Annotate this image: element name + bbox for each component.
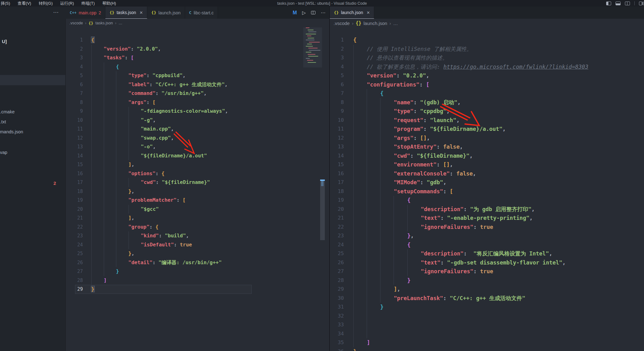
code-line-13[interactable]: 13 "-o",: [66, 142, 329, 151]
breadcrumb-more[interactable]: …: [393, 21, 398, 26]
menu-item[interactable]: 择(S): [1, 1, 14, 6]
code-line-21[interactable]: 21 ],: [66, 214, 329, 223]
code-line-15[interactable]: 15 ],: [66, 160, 329, 169]
scrollbar-slider[interactable]: [320, 180, 325, 240]
sidebar-file-item[interactable]: vap: [0, 150, 7, 155]
code-line-10[interactable]: 10 "-g",: [66, 116, 329, 125]
code-line-11[interactable]: 11 "main.cpp",: [66, 125, 329, 134]
code-line-18[interactable]: 18 "setupCommands": [: [330, 187, 644, 196]
code-line-3[interactable]: 3 "tasks": [: [66, 53, 329, 62]
vertical-scrollbar[interactable]: [320, 27, 325, 351]
breadcrumb-file[interactable]: tasks.json: [95, 21, 113, 25]
code-line-8[interactable]: 8 "args": [: [66, 98, 329, 107]
toggle-panel-icon[interactable]: [616, 2, 621, 5]
code-line-25[interactable]: 25 "description": "将反汇编风格设置为 Intel",: [330, 249, 644, 258]
sidebar-file-item[interactable]: .txt: [0, 119, 6, 124]
code-line-26[interactable]: 26 "text": "-gdb-set disassembly-flavor …: [330, 258, 644, 267]
code-line-19[interactable]: 19 "problemMatcher": [: [66, 196, 329, 205]
code-line-1[interactable]: 1{: [66, 36, 329, 45]
code-line-7[interactable]: 7 {: [330, 89, 644, 98]
code-line-14[interactable]: 14 "cwd": "${fileDirname}",: [330, 151, 644, 161]
code-line-23[interactable]: 23 "kind": "build",: [66, 231, 329, 240]
code-line-18[interactable]: 18 },: [66, 187, 329, 196]
tab-libc-start.c[interactable]: Clibc-start.c: [185, 7, 218, 19]
code-line-9[interactable]: 9 "type": "cppdbg",: [330, 107, 644, 116]
code-line-24[interactable]: 24 {: [330, 240, 644, 250]
customize-layout-icon[interactable]: [639, 2, 642, 5]
code-line-20[interactable]: 20 "$gcc": [66, 205, 329, 214]
code-line-6[interactable]: 6 "configurations": [: [330, 80, 644, 89]
code-line-36[interactable]: 36}: [330, 347, 644, 351]
code-line-15[interactable]: 15 "environment": [],: [330, 160, 644, 169]
code-line-11[interactable]: 11 "program": "${fileDirname}/a.out",: [330, 125, 644, 134]
code-line-27[interactable]: 27 }: [66, 267, 329, 276]
run-file-icon[interactable]: ▷: [302, 10, 306, 16]
code-line-28[interactable]: 28 ]: [66, 276, 329, 285]
code-line-25[interactable]: 25 },: [66, 249, 329, 258]
code-line-5[interactable]: 5 "type": "cppbuild",: [66, 71, 329, 80]
code-line-14[interactable]: 14 "${fileDirname}/a.out": [66, 151, 329, 161]
code-line-29[interactable]: 29}: [66, 285, 329, 294]
code-line-17[interactable]: 17 "cwd": "${fileDirname}": [66, 178, 329, 187]
sidebar-file-item[interactable]: .cmake: [0, 109, 15, 114]
code-line-7[interactable]: 7 "command": "/usr/bin/g++",: [66, 89, 329, 98]
tab-launch.json[interactable]: {}launch.json: [147, 7, 185, 19]
close-icon[interactable]: ✕: [139, 10, 143, 15]
code-line-4[interactable]: 4 {: [66, 62, 329, 72]
menu-item[interactable]: 转到(G): [39, 1, 57, 6]
code-line-3[interactable]: 3 // 悬停以查看现有属性的描述。: [330, 53, 644, 62]
code-line-35[interactable]: 35 ]: [330, 338, 644, 347]
code-line-23[interactable]: 23 },: [330, 231, 644, 240]
code-line-19[interactable]: 19 {: [330, 196, 644, 205]
code-line-13[interactable]: 13 "stopAtEntry": false,: [330, 142, 644, 151]
code-line-30[interactable]: 30 "preLaunchTask": "C/C++: g++ 生成活动文件": [330, 294, 644, 303]
code-line-24[interactable]: 24 "isDefault": true: [66, 240, 329, 250]
code-line-9[interactable]: 9 "-fdiagnostics-color=always",: [66, 107, 329, 116]
code-line-32[interactable]: 32: [330, 312, 644, 321]
code-line-4[interactable]: 4 // 欲了解更多信息，请访问: https://go.microsoft.c…: [330, 62, 644, 72]
sidebar-more-actions-icon[interactable]: ⋯: [53, 9, 59, 16]
menu-item[interactable]: 查看(V): [18, 1, 35, 6]
more-actions-icon[interactable]: ⋯: [321, 10, 325, 16]
code-line-16[interactable]: 16 "options": {: [66, 169, 329, 178]
close-icon[interactable]: ✕: [366, 10, 370, 15]
code-line-26[interactable]: 26 "detail": "编译器: /usr/bin/g++": [66, 258, 329, 267]
code-line-12[interactable]: 12 "args": [],: [330, 134, 644, 143]
code-line-20[interactable]: 20 "description": "为 gdb 启用整齐打印",: [330, 205, 644, 214]
tab-launch.json[interactable]: {}launch.json✕: [330, 7, 374, 19]
toggle-sidebar-icon[interactable]: [606, 2, 611, 5]
code-line-17[interactable]: 17 "MIMode": "gdb",: [330, 178, 644, 187]
menu-item[interactable]: 运行(R): [60, 1, 78, 6]
code-line-29[interactable]: 29 ],: [330, 285, 644, 294]
code-line-6[interactable]: 6 "label": "C/C++: g++ 生成活动文件",: [66, 80, 329, 89]
explorer-selected-row[interactable]: [0, 75, 65, 85]
breadcrumb-more[interactable]: …: [118, 21, 123, 25]
code-line-22[interactable]: 22 "ignoreFailures": true: [330, 223, 644, 232]
tab-tasks.json[interactable]: {}tasks.json✕: [105, 7, 147, 19]
code-line-34[interactable]: 34: [330, 329, 644, 339]
code-line-28[interactable]: 28 }: [330, 276, 644, 285]
code-line-33[interactable]: 33: [330, 320, 644, 329]
code-line-16[interactable]: 16 "externalConsole": false,: [330, 169, 644, 178]
code-line-10[interactable]: 10 "request": "launch",: [330, 116, 644, 125]
breadcrumb-folder[interactable]: .vscode: [69, 21, 83, 25]
code-line-2[interactable]: 2 "version": "2.0.0",: [66, 45, 329, 54]
code-line-2[interactable]: 2 // 使用 IntelliSense 了解相关属性。: [330, 45, 644, 54]
code-line-27[interactable]: 27 "ignoreFailures": true: [330, 267, 644, 276]
code-line-1[interactable]: 1{: [330, 36, 644, 45]
menu-item[interactable]: 帮助(H): [102, 1, 120, 6]
split-editor-icon[interactable]: [311, 11, 315, 14]
code-line-12[interactable]: 12 "swap.cpp",: [66, 134, 329, 143]
sidebar-file-item[interactable]: mands.json: [0, 129, 23, 134]
code-line-31[interactable]: 31 }: [330, 303, 644, 312]
code-line-5[interactable]: 5 "version": "0.2.0",: [330, 71, 644, 80]
minimap[interactable]: [306, 27, 320, 66]
markdown-preview-icon[interactable]: M: [293, 10, 297, 16]
code-editor-launch-json[interactable]: 1{2 // 使用 IntelliSense 了解相关属性。3 // 悬停以查看…: [330, 27, 644, 351]
toggle-secondary-sidebar-icon[interactable]: [625, 2, 630, 5]
code-line-8[interactable]: 8 "name": "(gdb) 启动",: [330, 98, 644, 107]
code-line-22[interactable]: 22 "group": {: [66, 223, 329, 232]
tab-main.cpp[interactable]: C++main.cpp2: [66, 7, 105, 19]
code-line-21[interactable]: 21 "text": "-enable-pretty-printing",: [330, 214, 644, 223]
explorer-section-header[interactable]: U]: [2, 39, 7, 44]
